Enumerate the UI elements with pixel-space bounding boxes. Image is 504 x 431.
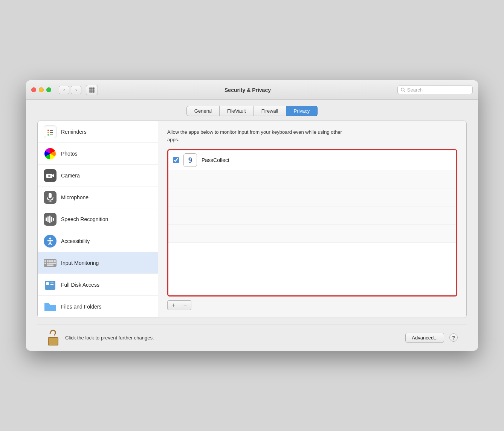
input-monitoring-icon	[44, 257, 57, 269]
svg-rect-25	[47, 216, 49, 222]
lock-shackle	[49, 329, 57, 336]
svg-marker-19	[52, 174, 54, 177]
empty-row-2	[168, 188, 456, 206]
svg-point-7	[91, 91, 93, 93]
svg-point-20	[48, 175, 50, 177]
app-list: 9 PassCollect	[167, 149, 457, 297]
svg-rect-27	[51, 217, 52, 222]
sidebar-item-speech-recognition[interactable]: Speech Recognition	[38, 208, 158, 230]
lock-text: Click the lock to prevent further change…	[65, 335, 400, 341]
sidebar-item-accessibility[interactable]: Accessibility	[38, 230, 158, 252]
svg-point-12	[47, 130, 49, 131]
right-panel: Allow the apps below to monitor input fr…	[158, 121, 466, 318]
photos-label: Photos	[61, 151, 78, 157]
svg-rect-44	[51, 263, 56, 264]
svg-point-14	[47, 134, 49, 136]
search-input[interactable]	[407, 87, 469, 93]
sidebar-item-full-disk-access[interactable]: Full Disk Access	[38, 274, 158, 296]
add-app-button[interactable]: +	[167, 300, 179, 310]
svg-point-2	[93, 87, 95, 89]
files-and-folders-icon	[44, 300, 57, 313]
back-button[interactable]: ‹	[59, 86, 69, 94]
sidebar-item-photos[interactable]: Photos	[38, 143, 158, 165]
remove-app-button[interactable]: −	[179, 300, 191, 310]
advanced-button[interactable]: Advanced...	[405, 333, 444, 343]
microphone-label: Microphone	[61, 194, 89, 200]
passcollect-icon: 9	[183, 153, 197, 167]
nav-buttons: ‹ ›	[59, 86, 81, 94]
sidebar-item-input-monitoring[interactable]: Input Monitoring	[38, 252, 158, 274]
accessibility-icon	[44, 235, 57, 248]
files-and-folders-label: Files and Folders	[61, 304, 101, 310]
svg-point-5	[93, 89, 95, 91]
panel-description: Allow the apps below to monitor input fr…	[167, 128, 348, 143]
list-item[interactable]: 9 PassCollect	[168, 150, 456, 170]
bottom-bar: Click the lock to prevent further change…	[37, 324, 467, 351]
maximize-button[interactable]	[46, 87, 51, 92]
reminders-label: Reminders	[61, 129, 87, 135]
sidebar-item-microphone[interactable]: Microphone	[38, 186, 158, 208]
lock-body	[48, 337, 58, 345]
svg-point-30	[49, 237, 51, 239]
titlebar: ‹ › Security & Privacy	[26, 80, 478, 100]
lock-icon[interactable]	[46, 330, 60, 345]
grid-button[interactable]	[86, 85, 98, 95]
content-area: Reminders Photos	[26, 121, 478, 351]
help-button[interactable]: ?	[449, 333, 458, 342]
passcollect-name: PassCollect	[202, 157, 229, 163]
photos-icon	[44, 147, 57, 160]
svg-point-8	[93, 91, 95, 93]
svg-rect-43	[49, 263, 51, 264]
svg-rect-41	[44, 263, 46, 264]
reminders-icon	[44, 125, 57, 138]
input-monitoring-label: Input Monitoring	[61, 260, 99, 266]
empty-row-3	[168, 206, 456, 225]
svg-line-10	[404, 91, 405, 92]
tab-firewall[interactable]: Firewall	[254, 106, 286, 116]
tabs-bar: General FileVault Firewall Privacy	[26, 100, 478, 121]
svg-point-1	[91, 87, 93, 89]
camera-label: Camera	[61, 173, 80, 179]
empty-row-4	[168, 225, 456, 243]
svg-rect-42	[47, 263, 49, 264]
svg-rect-37	[47, 260, 49, 262]
main-window: ‹ › Security & Privacy	[26, 80, 478, 351]
full-disk-access-label: Full Disk Access	[61, 282, 99, 288]
search-box[interactable]	[397, 86, 473, 94]
svg-rect-28	[53, 218, 54, 221]
svg-rect-39	[51, 260, 53, 262]
svg-point-3	[89, 89, 91, 91]
sidebar-item-camera[interactable]: Camera	[38, 165, 158, 186]
tab-privacy[interactable]: Privacy	[286, 106, 318, 116]
speech-recognition-icon	[44, 213, 57, 226]
svg-rect-40	[53, 260, 56, 262]
svg-rect-24	[46, 217, 47, 221]
accessibility-label: Accessibility	[61, 238, 90, 244]
svg-point-6	[89, 91, 91, 93]
tab-filevault[interactable]: FileVault	[220, 106, 254, 116]
main-panel: Reminders Photos	[37, 121, 467, 318]
svg-rect-36	[44, 260, 46, 262]
svg-rect-45	[47, 264, 53, 266]
minimize-button[interactable]	[39, 87, 44, 92]
forward-button[interactable]: ›	[71, 86, 81, 94]
svg-rect-46	[45, 281, 55, 290]
close-button[interactable]	[31, 87, 36, 92]
sidebar: Reminders Photos	[38, 121, 158, 318]
passcollect-checkbox[interactable]	[173, 157, 179, 163]
svg-point-4	[91, 89, 93, 91]
svg-rect-38	[49, 260, 51, 262]
tab-general[interactable]: General	[186, 106, 220, 116]
svg-rect-47	[46, 282, 49, 285]
svg-point-0	[89, 87, 91, 89]
traffic-lights	[31, 87, 51, 92]
window-title: Security & Privacy	[102, 87, 393, 93]
speech-recognition-label: Speech Recognition	[61, 216, 108, 222]
microphone-icon	[44, 191, 57, 204]
svg-point-13	[47, 132, 49, 133]
camera-icon	[44, 169, 57, 182]
full-disk-access-icon	[44, 278, 57, 291]
sidebar-item-reminders[interactable]: Reminders	[38, 121, 158, 143]
svg-rect-21	[49, 193, 52, 198]
sidebar-item-files-and-folders[interactable]: Files and Folders	[38, 296, 158, 318]
